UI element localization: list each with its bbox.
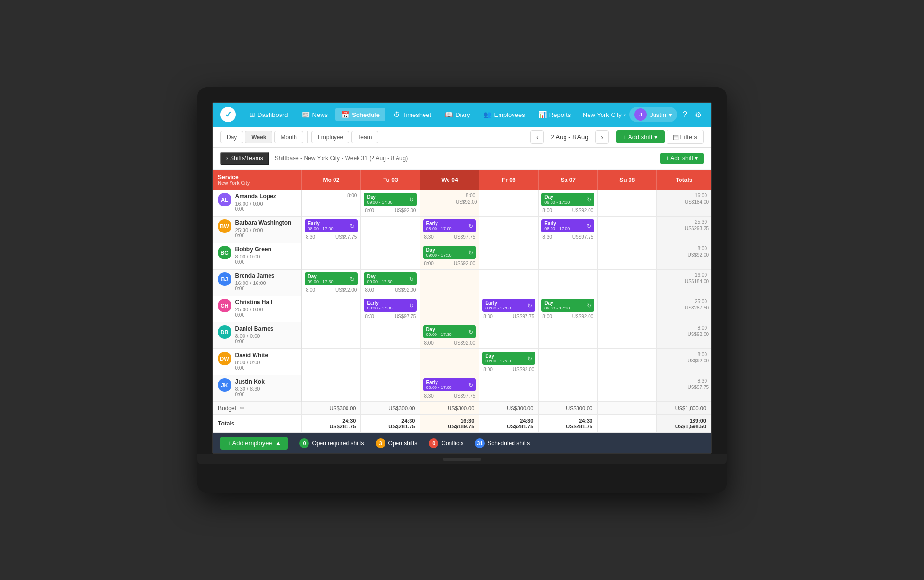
shift-block[interactable]: Early08:00 - 17:00 ↻	[423, 378, 476, 391]
nav-news[interactable]: 📰 News	[296, 108, 334, 121]
employee-badge: 0:00	[235, 233, 292, 238]
shift-block[interactable]: Early08:00 - 17:00 ↻	[541, 219, 594, 232]
filter-employee-button[interactable]: Employee	[311, 131, 349, 143]
employee-hours: 8:30 / 8:30	[235, 386, 265, 392]
day-cell-mo	[302, 322, 361, 349]
totals-total: 139:00US$1,598.50	[657, 415, 711, 433]
budget-sa: US$300.00	[539, 402, 598, 415]
day-cell-fr	[479, 322, 539, 349]
edit-icon[interactable]: ✏	[240, 405, 244, 412]
day-cell-fr[interactable]: Early08:00 - 17:00 ↻ 8:30US$97.75	[479, 296, 539, 322]
shift-block[interactable]: Early08:00 - 17:00 ↻	[482, 299, 535, 312]
refresh-icon: ↻	[527, 355, 532, 362]
employee-name: David White	[235, 352, 269, 360]
shift-block[interactable]: Day09:00 - 17:30 ↻	[482, 352, 535, 365]
dashboard-icon: ⊞	[249, 111, 255, 118]
day-cell-tu[interactable]: Day09:00 - 17:30 ↻ 8:00US$92.00	[361, 270, 420, 296]
add-shift-header-button[interactable]: + Add shift ▾	[660, 153, 704, 164]
day-cell-today	[420, 270, 479, 296]
employee-cell: CH Christina Hall 25:00 / 0:00 0:00	[213, 296, 302, 322]
employee-hours: 16:00 / 0:00	[235, 201, 276, 206]
day-cell-su	[598, 217, 657, 243]
day-cell-fr[interactable]: Day09:00 - 17:30 ↻ 8:00US$92.00	[479, 349, 539, 375]
shift-block[interactable]: Early08:00 - 17:00 ↻	[423, 219, 476, 232]
employee-hours: 8:00 / 0:00	[235, 254, 271, 259]
nav-diary[interactable]: 📖 Diary	[439, 108, 475, 121]
view-month-button[interactable]: Month	[274, 131, 303, 143]
chevron-down-icon: ▾	[695, 155, 698, 162]
day-cell-sa	[539, 349, 598, 375]
schedule-grid-wrapper: Service New York City Mo 02 Tu 03 We 04 …	[213, 169, 711, 433]
open-required-badge: 0	[299, 438, 309, 448]
day-cell-fr	[479, 190, 539, 217]
shift-block[interactable]: Day09:00 - 17:30 ↻	[364, 193, 417, 206]
shift-block[interactable]: Early08:00 - 17:00 ↻	[305, 219, 358, 232]
view-week-button[interactable]: Week	[245, 131, 272, 143]
user-badge[interactable]: J Justin ▾	[629, 107, 677, 122]
totals-we: 16:30US$189.75	[420, 415, 479, 433]
avatar: BG	[218, 246, 231, 259]
table-row: AL Amanda Lopez 16:00 / 0:00 0:00 8:00	[213, 190, 711, 217]
totals-su	[598, 415, 657, 433]
secondary-nav: Day Week Month Employee Team ‹ 2 Aug - 8…	[213, 127, 711, 148]
nav-reports[interactable]: 📊 Reports	[533, 108, 577, 121]
date-next-button[interactable]: ›	[595, 130, 609, 144]
employee-hours: 8:00 / 0:00	[235, 360, 269, 365]
budget-we: US$300.00	[420, 402, 479, 415]
top-nav: ✓ ⊞ Dashboard 📰 News 📅 Schedule ⏱ Timesh…	[213, 103, 711, 127]
shift-block[interactable]: Day09:00 - 17:30 ↻	[423, 246, 476, 259]
nav-schedule[interactable]: 📅 Schedule	[335, 108, 385, 121]
date-prev-button[interactable]: ‹	[530, 130, 544, 144]
nav-timesheet[interactable]: ⏱ Timesheet	[387, 108, 437, 121]
city-selector[interactable]: New York City ‹	[583, 111, 626, 118]
day-cell-today[interactable]: Day09:00 - 17:30 ↻ 8:00US$92.00	[420, 243, 479, 270]
employee-name: Barbara Washington	[235, 219, 292, 227]
day-cell-mo[interactable]: Day09:00 - 17:30 ↻ 8:00US$92.00	[302, 270, 361, 296]
employees-icon: 👥	[483, 111, 491, 118]
grid-header-row: Service New York City Mo 02 Tu 03 We 04 …	[213, 170, 711, 190]
shift-block[interactable]: Day09:00 - 17:30 ↻	[305, 272, 358, 285]
totals-mo: 24:30US$281.75	[302, 415, 361, 433]
settings-button[interactable]: ⚙	[693, 108, 704, 121]
day-cell-sa[interactable]: Day09:00 - 17:30 ↻ 8:00US$92.00	[539, 296, 598, 322]
shift-block[interactable]: Early08:00 - 17:00 ↻	[364, 299, 417, 312]
shift-block[interactable]: Day09:00 - 17:30 ↻	[423, 325, 476, 338]
day-cell-tu	[361, 375, 420, 402]
day-cell-today[interactable]: Day09:00 - 17:30 ↻ 8:00US$92.00	[420, 322, 479, 349]
day-cell-today[interactable]: Early08:00 - 17:00 ↻ 8:30US$97.75	[420, 217, 479, 243]
chevron-down-icon: ▾	[669, 111, 672, 118]
day-cell-tu[interactable]: Early08:00 - 17:00 ↻ 8:30US$97.75	[361, 296, 420, 322]
day-cell-su	[598, 190, 657, 217]
view-day-button[interactable]: Day	[220, 131, 243, 143]
day-cell-sa	[539, 375, 598, 402]
shifts-toggle-button[interactable]: › Shifts/Teams	[220, 152, 269, 165]
day-cell-tu[interactable]: Day09:00 - 17:30 ↻ 8:00US$92.00	[361, 190, 420, 217]
employee-cell: BJ Brenda James 16:00 / 16:00 0:00	[213, 270, 302, 296]
shift-block[interactable]: Day09:00 - 17:30 ↻	[541, 193, 594, 206]
day-cell-sa[interactable]: Early08:00 - 17:00 ↻ 8:30US$97.75	[539, 217, 598, 243]
help-button[interactable]: ?	[681, 108, 689, 121]
day-cell-mo[interactable]: Early08:00 - 17:00 ↻ 8:30US$97.75	[302, 217, 361, 243]
add-shift-top-button[interactable]: + Add shift ▾	[616, 130, 665, 143]
day-cell-su	[598, 375, 657, 402]
refresh-icon: ↻	[527, 302, 532, 309]
avatar: JK	[218, 378, 231, 392]
filter-team-button[interactable]: Team	[351, 131, 378, 143]
filters-button[interactable]: ▤ Filters	[667, 130, 704, 144]
shift-block[interactable]: Day09:00 - 17:30 ↻	[541, 299, 594, 312]
employee-badge: 0:00	[235, 339, 274, 344]
nav-employees[interactable]: 👥 Employees	[477, 108, 530, 121]
day-cell-sa[interactable]: Day09:00 - 17:30 ↻ 8:00US$92.00	[539, 190, 598, 217]
employee-hours: 8:00 / 0:00	[235, 333, 274, 339]
day-cell-mo: 8:00	[302, 190, 361, 217]
refresh-icon: ↻	[468, 329, 473, 335]
app-logo[interactable]: ✓	[220, 107, 236, 122]
shift-block[interactable]: Day09:00 - 17:30 ↻	[364, 272, 417, 285]
add-employee-button[interactable]: + Add employee ▲	[220, 437, 288, 450]
day-cell-today[interactable]: Early08:00 - 17:00 ↻ 8:30US$97.75	[420, 375, 479, 402]
nav-dashboard[interactable]: ⊞ Dashboard	[244, 108, 294, 121]
day-cell-su	[598, 270, 657, 296]
conflicts-stat: 0 Conflicts	[429, 438, 463, 448]
logo-icon: ✓	[225, 109, 232, 120]
day-cell-today: 8:00 US$92.00	[420, 190, 479, 217]
